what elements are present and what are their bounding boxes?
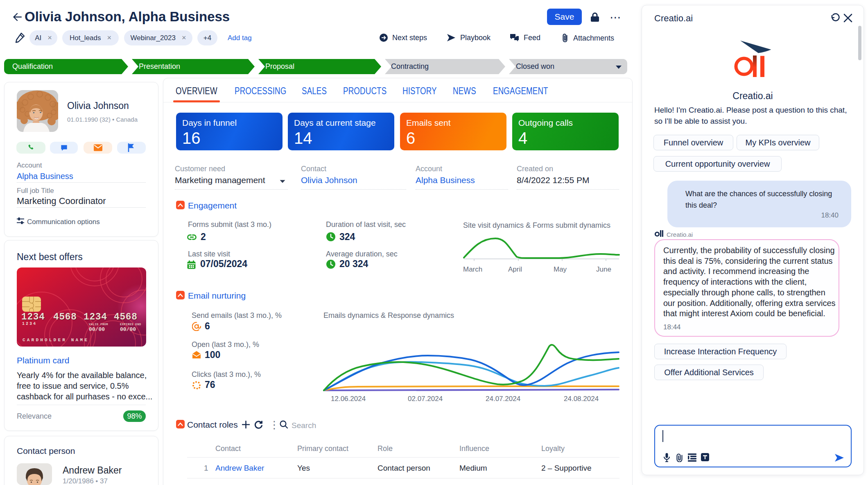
svg-text:VALID FROM: VALID FROM xyxy=(89,323,108,326)
svg-text:1234: 1234 xyxy=(84,312,107,322)
svg-text:1234: 1234 xyxy=(21,312,45,322)
svg-text:4568: 4568 xyxy=(53,312,77,322)
svg-text:EXPIRES END: EXPIRES END xyxy=(120,323,141,326)
svg-text:00/00: 00/00 xyxy=(120,326,136,333)
svg-text:4568: 4568 xyxy=(114,312,138,322)
svg-text:CARDHOLDER NAME: CARDHOLDER NAME xyxy=(23,338,89,342)
svg-text:1234: 1234 xyxy=(22,322,37,326)
svg-text:00/00: 00/00 xyxy=(89,326,105,333)
